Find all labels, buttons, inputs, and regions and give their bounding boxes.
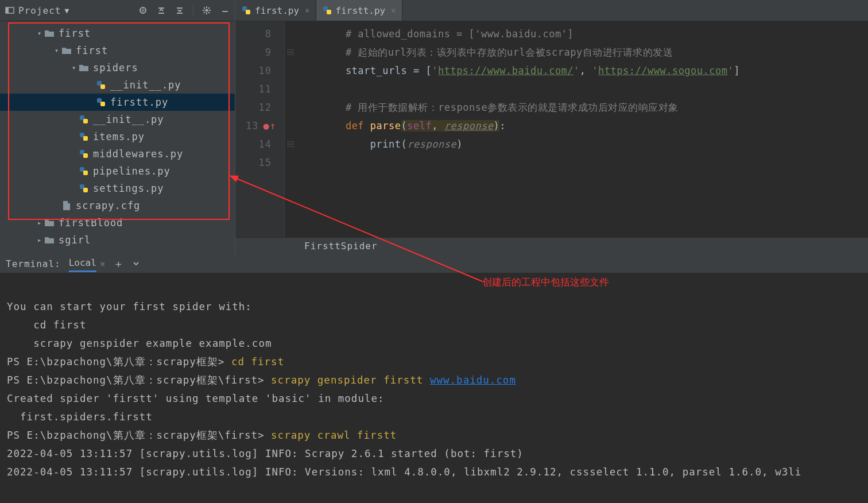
python-file-icon [322, 5, 332, 16]
tree-folder[interactable]: ▾first [0, 25, 235, 42]
tree-item-label: first [59, 28, 91, 39]
config-file-icon [61, 200, 72, 211]
folder-icon [44, 234, 55, 246]
tree-file[interactable]: __init__.py [0, 111, 235, 128]
project-tree[interactable]: ▾first▾first▾spiders__init__.pyfirstt.py… [0, 21, 235, 254]
expand-all-icon[interactable] [156, 5, 166, 16]
project-view-icon [5, 5, 15, 16]
tree-file[interactable]: firstt.py [0, 94, 235, 111]
tree-item-label: pipelines.py [93, 165, 170, 177]
tree-item-label: settings.py [93, 183, 164, 194]
folder-icon [78, 62, 90, 73]
svg-rect-1 [6, 7, 9, 13]
svg-line-16 [204, 12, 205, 13]
editor-pane: first.py×firstt.py× 8910111213●↑1415 # a… [235, 0, 868, 254]
fold-column[interactable] [285, 21, 296, 237]
tree-item-label: scrapy.cfg [76, 200, 140, 211]
dropdown-icon: ▼ [64, 6, 69, 15]
svg-rect-27 [83, 153, 88, 158]
svg-rect-25 [83, 136, 88, 141]
svg-rect-35 [327, 10, 331, 14]
folder-icon [44, 28, 55, 39]
svg-rect-21 [100, 102, 105, 106]
chevron-down-icon[interactable]: ▾ [53, 47, 61, 55]
python-file-icon [78, 114, 90, 125]
tree-item-label: sgirl [59, 234, 91, 246]
chevron-right-icon[interactable]: ▸ [36, 219, 44, 227]
settings-icon[interactable] [202, 5, 212, 16]
svg-rect-29 [83, 171, 88, 175]
tree-item-label: items.py [93, 131, 145, 142]
tree-item-label: __init__.py [110, 79, 181, 91]
folder-icon [44, 217, 55, 229]
editor-tab[interactable]: first.py× [235, 0, 316, 21]
svg-rect-31 [83, 188, 88, 192]
project-label: Project [18, 5, 61, 16]
dropdown-icon[interactable] [131, 258, 141, 269]
tree-file[interactable]: middlewares.py [0, 145, 235, 162]
close-icon[interactable]: × [100, 258, 106, 269]
tree-item-label: firstBlood [59, 217, 123, 229]
python-file-icon [78, 165, 90, 177]
code-area[interactable]: # allowed_domains = ['www.baidu.com'] # … [296, 21, 868, 237]
python-file-icon [78, 183, 90, 194]
svg-rect-33 [246, 10, 250, 14]
tab-label: firstt.py [336, 5, 386, 16]
new-session-icon[interactable]: + [114, 258, 124, 269]
python-file-icon [241, 5, 251, 16]
breadcrumb[interactable]: FirsttSpider [235, 237, 868, 254]
close-icon[interactable]: × [391, 6, 396, 15]
hide-icon[interactable]: — [220, 5, 230, 16]
tree-file[interactable]: pipelines.py [0, 162, 235, 180]
svg-line-15 [208, 12, 210, 13]
terminal-title: Terminal: [6, 258, 61, 269]
python-file-icon [95, 96, 107, 108]
tree-item-label: __init__.py [93, 114, 164, 125]
svg-line-14 [204, 7, 205, 9]
tree-file[interactable]: settings.py [0, 180, 235, 197]
tree-item-label: first [76, 45, 108, 56]
tree-folder[interactable]: ▾first [0, 42, 235, 59]
terminal-panel: Terminal: Local × + You can start your f… [0, 254, 868, 503]
tree-folder[interactable]: ▸firstBlood [0, 214, 235, 231]
breadcrumb-text: FirsttSpider [304, 241, 378, 252]
svg-point-9 [206, 9, 208, 12]
python-file-icon [78, 131, 90, 142]
collapse-all-icon[interactable] [175, 5, 185, 16]
python-file-icon [95, 79, 107, 91]
tree-item-label: spiders [93, 62, 138, 73]
terminal-tabs: Terminal: Local × + [0, 254, 868, 273]
tree-folder[interactable]: ▾spiders [0, 59, 235, 76]
tree-folder[interactable]: ▸sgirl [0, 231, 235, 249]
project-title[interactable]: Project ▼ [5, 5, 138, 16]
chevron-down-icon[interactable]: ▾ [36, 29, 44, 37]
editor-tab[interactable]: firstt.py× [316, 0, 402, 21]
python-file-icon [78, 148, 90, 160]
tree-item-label: middlewares.py [93, 148, 183, 160]
tab-label: first.py [255, 5, 299, 16]
chevron-right-icon[interactable]: ▸ [36, 236, 44, 244]
project-toolbar: Project ▼ — [0, 0, 235, 21]
select-opened-file-icon[interactable] [138, 5, 148, 16]
close-icon[interactable]: × [305, 6, 309, 15]
svg-rect-19 [100, 84, 105, 89]
tree-file[interactable]: scrapy.cfg [0, 197, 235, 214]
tree-item-label: firstt.py [110, 96, 168, 108]
chevron-down-icon[interactable]: ▾ [70, 64, 78, 72]
editor-tabs: first.py×firstt.py× [235, 0, 868, 21]
project-sidebar: Project ▼ — ▾first▾first▾spiders__init__… [0, 0, 235, 254]
svg-line-17 [208, 7, 210, 9]
folder-icon [61, 45, 72, 56]
tree-file[interactable]: items.py [0, 128, 235, 145]
terminal-tab-local[interactable]: Local [69, 257, 96, 272]
terminal-output[interactable]: You can start your first spider with: cd… [0, 273, 868, 503]
svg-rect-23 [83, 119, 88, 123]
tree-file[interactable]: __init__.py [0, 76, 235, 94]
line-gutter[interactable]: 8910111213●↑1415 [235, 21, 285, 237]
